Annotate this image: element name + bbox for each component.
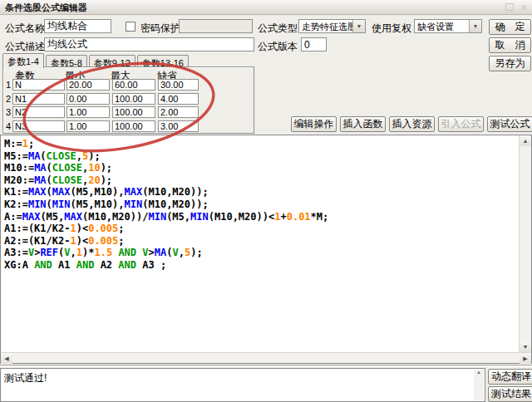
code-line: XG:A AND A1 AND A2 AND A3 ; [4, 259, 516, 272]
param-row: 4 [3, 120, 254, 133]
code-editor[interactable]: M:=1;M5:=MA(CLOSE,5);M10:=MA(CLOSE,10);M… [0, 135, 532, 364]
param-min-input[interactable] [66, 79, 110, 91]
scroll-right-icon[interactable]: ▶ [520, 353, 531, 364]
formula-editor-window: 条件选股公式编辑器 ✕ 公式名称 密码保护 公式类型 走势特征选股 ▼ 使用复权… [0, 0, 532, 402]
close-icon[interactable]: ✕ [520, 2, 528, 12]
adjust-rights-value: 缺省设置 [417, 21, 454, 33]
code-lines: M:=1;M5:=MA(CLOSE,5);M10:=MA(CLOSE,10);M… [4, 138, 516, 272]
scroll-down-icon[interactable]: ▼ [520, 341, 531, 352]
password-label: 密码保护 [140, 22, 180, 36]
formula-type-value: 走势特征选股 [302, 21, 357, 33]
param-max-input[interactable] [112, 106, 155, 118]
save-as-button[interactable]: 另存为 [489, 56, 531, 71]
formula-type-label: 公式类型 [258, 22, 298, 36]
ok-button[interactable]: 确 定 [489, 19, 531, 35]
param-panel: 参数最小最大缺省 1234 [2, 66, 254, 134]
adjust-rights-label: 使用复权 [372, 22, 411, 36]
scroll-up-icon[interactable]: ▲ [520, 135, 531, 146]
code-line: K1:=MAX(MAX(M5,M10),MAX(M10,M20)); [4, 186, 516, 199]
toolbar-button-引入公式: 引入公式 [438, 116, 484, 132]
test-message-box[interactable]: 测试通过! ▲ [0, 368, 485, 402]
code-line: A:=MAX(M5,MAX(M10,M20))/MIN(M5,MIN(M10,M… [4, 211, 516, 223]
code-line: K2:=MIN(MIN(M5,M10),MIN(M10,M20)); [4, 199, 516, 211]
tab-参数1-4[interactable]: 参数1-4 [2, 53, 44, 68]
adjust-rights-select[interactable]: 缺省设置 ▼ [414, 19, 482, 33]
param-row-index: 2 [6, 94, 11, 104]
param-min-input[interactable] [66, 120, 110, 132]
toolbar-button-测试公式[interactable]: 测试公式 [487, 116, 532, 132]
message-scrollbar[interactable]: ▲ [474, 370, 484, 400]
test-result-button[interactable]: 测试结果 [488, 386, 532, 402]
tab-参数13-16[interactable]: 参数13-16 [137, 55, 189, 67]
param-row: 1 [3, 79, 254, 91]
chevron-down-icon[interactable]: ▼ [352, 20, 365, 32]
toolbar-button-插入资源[interactable]: 插入资源 [389, 116, 435, 132]
vertical-scrollbar[interactable]: ▲ ▼ [519, 135, 531, 352]
scroll-left-icon[interactable]: ◀ [1, 353, 12, 364]
formula-version-label: 公式版本 [258, 40, 298, 54]
maximize-icon[interactable] [505, 2, 514, 12]
tab-参数9-12[interactable]: 参数9-12 [89, 55, 135, 67]
code-line: A1:=(K1/K2-1)<0.005; [4, 223, 516, 235]
param-row-index: 1 [6, 80, 11, 90]
param-row-index: 4 [6, 121, 11, 131]
formula-desc-label: 公式描述 [5, 40, 45, 54]
formula-desc-input[interactable] [44, 37, 254, 51]
code-line: M5:=MA(CLOSE,5); [4, 150, 516, 163]
chevron-down-icon[interactable]: ▼ [469, 20, 481, 32]
param-max-input[interactable] [112, 120, 155, 132]
param-min-input[interactable] [66, 106, 110, 118]
code-line: M:=1; [4, 138, 516, 150]
code-line: A3:=V>REF(V,1)*1.5 AND V>MA(V,5); [4, 247, 516, 259]
param-max-input[interactable] [112, 79, 155, 91]
formula-version-input[interactable] [301, 37, 327, 51]
param-name-input[interactable] [12, 120, 65, 132]
param-row: 3 [3, 106, 254, 119]
horizontal-scrollbar[interactable]: ◀ ▶ [1, 352, 531, 363]
cancel-button[interactable]: 取 消 [489, 37, 531, 53]
code-line: A2:=(K1/K2-1)<0.005; [4, 235, 516, 248]
param-row: 2 [3, 93, 254, 105]
formula-name-input[interactable] [44, 19, 111, 33]
param-row-index: 3 [6, 107, 11, 117]
param-max-input[interactable] [112, 93, 155, 105]
formula-name-label: 公式名称 [5, 22, 45, 36]
param-default-input[interactable] [158, 120, 199, 132]
toolbar-button-插入函数[interactable]: 插入函数 [340, 116, 386, 132]
divider [0, 365, 532, 367]
password-input [179, 19, 253, 33]
title-bar: 条件选股公式编辑器 ✕ [0, 0, 532, 15]
formula-type-select[interactable]: 走势特征选股 ▼ [298, 19, 366, 33]
code-line: M20:=MA(CLOSE,20); [4, 174, 516, 187]
password-checkbox[interactable] [126, 22, 135, 32]
dynamic-translate-button[interactable]: 动态翻译 [488, 369, 532, 385]
param-default-input[interactable] [158, 93, 199, 105]
param-name-input[interactable] [12, 106, 65, 118]
param-tabs: 参数1-4参数5-8参数9-12参数13-16 [2, 53, 189, 67]
param-name-input[interactable] [12, 79, 65, 91]
param-default-input[interactable] [158, 79, 199, 91]
param-default-input[interactable] [158, 106, 199, 118]
tab-参数5-8[interactable]: 参数5-8 [46, 55, 87, 67]
scroll-up-icon[interactable]: ▲ [476, 370, 481, 375]
test-message: 测试通过! [4, 371, 47, 385]
param-name-input[interactable] [12, 93, 65, 105]
param-min-input[interactable] [66, 93, 110, 105]
toolbar-button-编辑操作[interactable]: 编辑操作 [291, 116, 337, 132]
code-line: M10:=MA(CLOSE,10); [4, 162, 516, 174]
window-title: 条件选股公式编辑器 [5, 2, 87, 14]
